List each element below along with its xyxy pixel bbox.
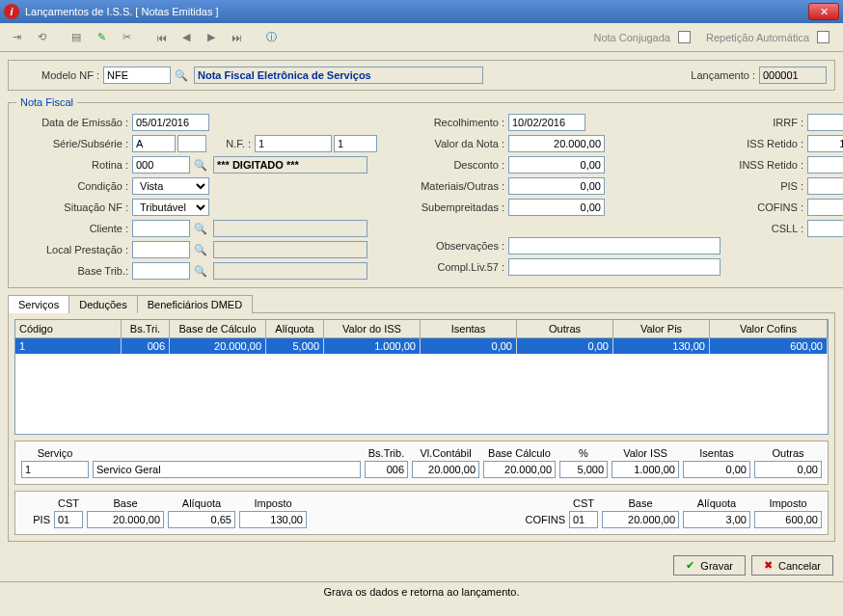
statusbar: Grava os dados e retorna ao lançamento. xyxy=(0,581,843,602)
data-emissao-input[interactable] xyxy=(132,114,209,131)
recolhimento-label: Recolhimento : xyxy=(393,117,508,128)
cliente-label: Cliente : xyxy=(16,223,132,234)
nf-num2-input[interactable] xyxy=(334,135,377,152)
cliente-lookup-icon[interactable]: 🔍 xyxy=(192,220,209,237)
desconto-input[interactable] xyxy=(508,156,605,174)
repeticao-checkbox[interactable] xyxy=(817,31,829,43)
servicos-grid[interactable]: Código Bs.Tri. Base de Cálculo Alíquota … xyxy=(14,319,829,435)
basecalc-input[interactable] xyxy=(483,461,556,478)
local-lookup-icon[interactable]: 🔍 xyxy=(192,241,209,258)
col-codigo: Código xyxy=(15,320,122,337)
cliente-input[interactable] xyxy=(132,220,190,237)
subserie-input[interactable] xyxy=(177,135,206,152)
tab-dmed[interactable]: Beneficiários DMED xyxy=(137,295,253,313)
pct-label: % xyxy=(559,447,608,459)
subemp-input[interactable] xyxy=(508,199,605,216)
col-isentas: Isentas xyxy=(421,320,517,337)
tool-info-icon[interactable]: ⓘ xyxy=(260,27,282,48)
app-icon: i xyxy=(4,4,19,19)
pis-label: PIS : xyxy=(730,180,807,192)
pis-base-input[interactable] xyxy=(87,511,164,528)
rotina-desc xyxy=(213,156,367,174)
repeticao-label: Repetição Automática xyxy=(706,32,809,43)
window-title: Lançamentos de I.S.S. [ Notas Emitidas ] xyxy=(25,6,808,17)
rotina-input[interactable] xyxy=(132,156,190,174)
condicao-select[interactable]: Vista xyxy=(132,177,209,195)
pct-input[interactable] xyxy=(559,461,608,478)
cofins-base-input[interactable] xyxy=(602,511,679,528)
modelo-nf-input[interactable] xyxy=(103,67,171,84)
compl-input[interactable] xyxy=(508,258,721,276)
outras-input[interactable] xyxy=(754,461,822,478)
cofins-imp-label: Imposto xyxy=(754,497,822,509)
cofins-cst-input[interactable] xyxy=(569,511,598,528)
inssret-input[interactable] xyxy=(807,156,843,174)
lancamento-value xyxy=(759,67,827,84)
grid-row[interactable]: 1 006 20.000,00 5,000 1.000,00 0,00 0,00… xyxy=(15,338,828,354)
vlcont-label: Vl.Contábil xyxy=(412,447,479,459)
nav-last-icon[interactable]: ⏭ xyxy=(226,27,247,48)
rotina-lookup-icon[interactable]: 🔍 xyxy=(192,156,209,174)
nav-prev-icon[interactable]: ◀ xyxy=(176,27,197,48)
tool-2-icon[interactable]: ⟲ xyxy=(31,27,52,48)
materiais-label: Materiais/Outras : xyxy=(393,180,508,192)
irrf-input[interactable] xyxy=(807,114,843,131)
cofins-aliq-input[interactable] xyxy=(683,511,750,528)
nav-first-icon[interactable]: ⏮ xyxy=(150,27,172,48)
grid-header: Código Bs.Tri. Base de Cálculo Alíquota … xyxy=(15,320,828,338)
nav-next-icon[interactable]: ▶ xyxy=(201,27,222,48)
col-valoriss: Valor do ISS xyxy=(324,320,421,337)
gravar-button[interactable]: ✔Gravar xyxy=(673,555,746,576)
basetrib-input[interactable] xyxy=(132,262,190,280)
toolbar: ⇥ ⟲ ▤ ✎ ✂ ⏮ ◀ ▶ ⏭ ⓘ Nota Conjugada Repet… xyxy=(0,23,843,52)
pis-aliq-input[interactable] xyxy=(168,511,235,528)
basetrib-label: Base Trib.: xyxy=(16,265,132,277)
modelo-nf-lookup-icon[interactable]: 🔍 xyxy=(173,67,190,84)
bstrib-input[interactable] xyxy=(365,461,408,478)
servico-desc-input[interactable] xyxy=(93,461,361,478)
tool-1-icon[interactable]: ⇥ xyxy=(6,27,27,48)
col-bstri: Bs.Tri. xyxy=(122,320,170,337)
observacoes-label: Observações : xyxy=(393,240,508,252)
observacoes-input[interactable] xyxy=(508,237,721,254)
col-valorpis: Valor Pis xyxy=(613,320,710,337)
basetrib-lookup-icon[interactable]: 🔍 xyxy=(192,262,209,280)
subemp-label: Subempreitadas : xyxy=(393,201,508,213)
basetrib-desc xyxy=(213,262,367,280)
cofins-imp-input[interactable] xyxy=(754,511,822,528)
servico-label: Serviço xyxy=(21,447,89,459)
nf-num1-input[interactable] xyxy=(255,135,332,152)
pis-aliq-label: Alíquota xyxy=(168,497,235,509)
nota-fiscal-legend: Nota Fiscal xyxy=(16,96,77,108)
serie-input[interactable] xyxy=(132,135,176,152)
nota-conjugada-checkbox[interactable] xyxy=(678,31,691,43)
modelo-nf-desc xyxy=(194,67,483,84)
nota-conjugada-label: Nota Conjugada xyxy=(593,32,670,43)
pis-imp-input[interactable] xyxy=(239,511,307,528)
issret-input[interactable] xyxy=(807,135,843,152)
tab-servicos[interactable]: Serviços xyxy=(8,295,69,313)
tool-edit-icon[interactable]: ✎ xyxy=(91,27,112,48)
pis-input[interactable] xyxy=(807,177,843,195)
materiais-input[interactable] xyxy=(508,177,605,195)
cofins-input[interactable] xyxy=(807,199,843,216)
close-button[interactable]: ✕ xyxy=(808,3,839,20)
inssret-label: INSS Retido : xyxy=(730,159,807,171)
pis-cst-input[interactable] xyxy=(54,511,83,528)
tab-deducoes[interactable]: Deduções xyxy=(68,295,138,313)
tool-5-icon[interactable]: ✂ xyxy=(116,27,137,48)
situacao-select[interactable]: Tributável xyxy=(132,199,209,216)
tabs: Serviços Deduções Beneficiários DMED xyxy=(8,294,835,313)
csll-input[interactable] xyxy=(807,220,843,237)
valiss-input[interactable] xyxy=(612,461,679,478)
tool-card-icon[interactable]: ▤ xyxy=(66,27,87,48)
isentas-input[interactable] xyxy=(683,461,750,478)
vlcont-input[interactable] xyxy=(412,461,479,478)
local-input[interactable] xyxy=(132,241,190,258)
servico-cod-input[interactable] xyxy=(21,461,89,478)
cancelar-button[interactable]: ✖Cancelar xyxy=(751,555,833,576)
cofins-label: COFINS : xyxy=(730,201,807,213)
bstrib-label: Bs.Trib. xyxy=(365,447,408,459)
valor-nota-input[interactable] xyxy=(508,135,605,152)
recolhimento-input[interactable] xyxy=(508,114,585,131)
